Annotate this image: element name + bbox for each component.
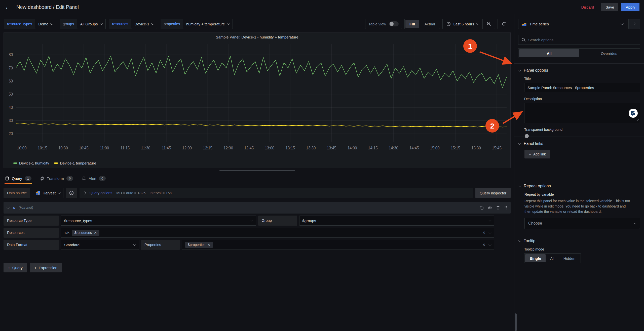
svg-text:14:00: 14:00: [348, 146, 357, 150]
query-options-bar[interactable]: Query options MD = auto = 1326 Interval …: [80, 188, 473, 198]
search-icon: [521, 38, 526, 42]
query-options-link[interactable]: Query options: [90, 191, 112, 195]
tab-overrides[interactable]: Overrides: [579, 49, 639, 57]
duplicate-query-button[interactable]: [480, 206, 484, 210]
datasource-picker[interactable]: Harvest: [33, 188, 63, 198]
chevron-down-icon: [476, 22, 479, 25]
remove-chip-icon[interactable]: ✕: [207, 243, 210, 247]
transparent-background-label: Transparent background: [524, 128, 640, 132]
time-range-picker[interactable]: Last 6 hours: [443, 20, 482, 28]
field-end-icons: ✕: [482, 230, 491, 235]
topbar-actions: Discard Save Apply: [577, 3, 639, 11]
chevron-down-icon[interactable]: [488, 243, 491, 246]
table-view-toggle[interactable]: [389, 21, 399, 26]
add-link-button[interactable]: + Add link: [524, 150, 550, 158]
chevron-down-icon: [100, 22, 103, 25]
tab-transform[interactable]: Transform 0: [40, 174, 74, 184]
query-inspector-button[interactable]: Query inspector: [475, 188, 511, 198]
tooltip-mode-group: Single All Hidden: [524, 253, 581, 263]
refresh-button[interactable]: [499, 20, 509, 28]
transform-icon: [40, 176, 44, 181]
variable-value-dropdown[interactable]: All Groups: [77, 19, 106, 29]
svg-text:14:15: 14:15: [368, 146, 378, 150]
properties-chip: $properties ✕: [185, 242, 213, 248]
tooltip-mode-all[interactable]: All: [546, 254, 559, 262]
panel-links-header[interactable]: Panel links: [518, 137, 640, 146]
drag-handle-icon[interactable]: [504, 206, 507, 210]
resources-chip: $resources ✕: [72, 230, 99, 236]
datasource-help-button[interactable]: ?: [66, 188, 77, 198]
bell-icon: [82, 176, 86, 181]
extension-badge-icon[interactable]: [628, 108, 638, 118]
variable-value-dropdown[interactable]: Demo: [35, 19, 56, 29]
add-query-button[interactable]: + Query: [4, 263, 27, 272]
chevron-down-icon: [634, 222, 636, 224]
resource-type-select[interactable]: $resource_types: [61, 216, 256, 226]
collapse-options-button[interactable]: [628, 19, 640, 29]
svg-text:50: 50: [9, 92, 13, 97]
title-label: Title: [524, 77, 640, 81]
query-ref-id: A: [13, 206, 15, 210]
refresh-group: [498, 19, 510, 29]
svg-text:13:00: 13:00: [265, 146, 274, 150]
fill-option[interactable]: Fill: [405, 20, 419, 28]
zoom-out-button[interactable]: [483, 20, 494, 28]
svg-text:10:30: 10:30: [58, 146, 68, 150]
plus-icon: +: [34, 266, 37, 270]
clear-all-icon[interactable]: ✕: [482, 230, 485, 235]
datasource-label: Data source: [4, 188, 30, 198]
data-format-select[interactable]: Standard: [61, 240, 139, 250]
panel-options-header[interactable]: Panel options: [518, 64, 640, 73]
clear-all-icon[interactable]: ✕: [482, 242, 485, 247]
properties-multiselect[interactable]: $properties ✕ ✕: [182, 240, 494, 250]
search-options-box[interactable]: [518, 35, 640, 45]
toolbar-right: Table view Fill Actual Last 6 hours: [365, 19, 510, 29]
panel-description-textarea[interactable]: [524, 103, 640, 123]
apply-button[interactable]: Apply: [621, 3, 639, 11]
repeat-variable-select[interactable]: Choose: [524, 218, 640, 229]
svg-text:?: ?: [71, 191, 72, 194]
panel-resize-handle[interactable]: [219, 170, 295, 171]
actual-option[interactable]: Actual: [421, 20, 439, 28]
save-button[interactable]: Save: [601, 3, 618, 11]
repeat-options-body: Repeat by variable Repeat this panel for…: [520, 192, 640, 229]
resources-multiselect[interactable]: 1/5 $resources ✕ ✕: [61, 228, 494, 238]
query-datasource-hint: (Harvest): [19, 206, 33, 210]
legend-item-humidity[interactable]: Device-1 humidity: [13, 161, 49, 165]
discard-button[interactable]: Discard: [577, 3, 598, 11]
variable-value-dropdown[interactable]: humidity + temperature: [183, 19, 233, 29]
repeat-options-header[interactable]: Repeat options: [518, 179, 640, 188]
query-row-header[interactable]: A (Harvest): [4, 202, 511, 214]
remove-chip-icon[interactable]: ✕: [94, 231, 97, 235]
svg-text:13:30: 13:30: [306, 146, 316, 150]
chevron-down-icon[interactable]: [488, 231, 491, 234]
tooltip-mode-single[interactable]: Single: [525, 254, 546, 262]
group-select[interactable]: $groups: [299, 216, 495, 226]
options-filter-tabs: All Overrides: [518, 48, 640, 58]
tooltip-mode-hidden[interactable]: Hidden: [559, 254, 580, 262]
tab-query[interactable]: Query 1: [5, 174, 32, 184]
tab-all[interactable]: All: [519, 49, 579, 57]
panel-title-input[interactable]: [524, 83, 640, 92]
back-arrow-icon[interactable]: ←: [5, 4, 11, 11]
legend-label: Device-1 humidity: [19, 161, 49, 165]
variable-value-dropdown[interactable]: Device-1: [131, 19, 157, 29]
tooltip-body: Tooltip mode Single All Hidden: [520, 247, 640, 263]
tab-alert[interactable]: Alert 0: [81, 174, 106, 184]
zoom-out-icon: [486, 22, 491, 26]
collapse-chevron-icon[interactable]: [7, 206, 9, 209]
visualization-picker[interactable]: Time series: [518, 19, 626, 29]
delete-query-button[interactable]: [496, 206, 500, 210]
hide-query-button[interactable]: [488, 206, 492, 210]
search-options-input[interactable]: [528, 38, 637, 42]
chevron-down-icon: [250, 219, 253, 222]
variable-picker-groups: groups All Groups: [60, 19, 105, 29]
tooltip-header[interactable]: Tooltip: [518, 234, 640, 243]
svg-text:11:00: 11:00: [100, 146, 109, 150]
legend-item-temperature[interactable]: Device-1 temperature: [54, 161, 96, 165]
chevron-down-icon: [518, 142, 521, 145]
add-expression-button[interactable]: + Expression: [30, 263, 62, 272]
resize-handle-icon[interactable]: [637, 119, 639, 121]
time-series-chart[interactable]: 2030405060708010:0010:1510:3010:4511:001…: [6, 42, 508, 160]
svg-text:12:15: 12:15: [203, 146, 212, 150]
